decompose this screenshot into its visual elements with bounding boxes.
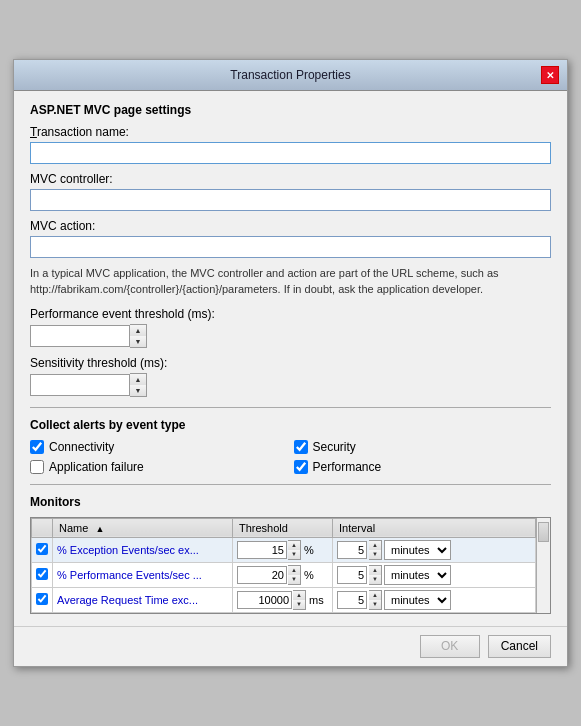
table-row: % Exception Events/sec ex... ▲ ▼ % (32, 537, 536, 562)
row3-threshold-cell: ▲ ▼ ms (233, 587, 333, 612)
checkbox-performance-input[interactable] (294, 460, 308, 474)
sensitivity-threshold-input[interactable]: 100 (30, 374, 130, 396)
row1-threshold-spinner-btns: ▲ ▼ (288, 540, 301, 560)
row2-interval-up-btn[interactable]: ▲ (369, 566, 381, 575)
row2-threshold-down-btn[interactable]: ▼ (288, 575, 300, 584)
dialog-title: Transaction Properties (40, 68, 541, 82)
row3-interval-down-btn[interactable]: ▼ (369, 600, 381, 609)
row2-threshold-spinner-btns: ▲ ▼ (288, 565, 301, 585)
alerts-section: Collect alerts by event type Connectivit… (30, 418, 551, 474)
transaction-name-input[interactable] (30, 142, 551, 164)
row3-threshold-down-btn[interactable]: ▼ (293, 600, 305, 609)
sensitivity-threshold-label: Sensitivity threshold (ms): (30, 356, 551, 370)
checkbox-app-failure: Application failure (30, 460, 288, 474)
perf-threshold-label-text: Performance event threshold (ms): (30, 307, 215, 321)
sort-icon: ▲ (95, 524, 104, 534)
sensitivity-threshold-down-btn[interactable]: ▼ (130, 385, 146, 396)
perf-threshold-spinner-buttons: ▲ ▼ (130, 324, 147, 348)
row2-threshold-spinner: ▲ ▼ % (237, 565, 328, 585)
row1-checkbox-cell (32, 537, 53, 562)
checkbox-performance: Performance (294, 460, 552, 474)
dialog-content: ASP.NET MVC page settings Transaction na… (14, 91, 567, 626)
divider-1 (30, 407, 551, 408)
row2-interval-down-btn[interactable]: ▼ (369, 575, 381, 584)
checkbox-security-input[interactable] (294, 440, 308, 454)
info-text: In a typical MVC application, the MVC co… (30, 266, 551, 297)
dialog-window: Transaction Properties ✕ ASP.NET MVC pag… (13, 59, 568, 667)
row3-threshold-up-btn[interactable]: ▲ (293, 591, 305, 600)
row3-checkbox[interactable] (36, 593, 48, 605)
row1-checkbox[interactable] (36, 543, 48, 555)
row3-threshold-input[interactable] (237, 591, 292, 609)
monitors-table: Name ▲ Threshold Interval (31, 518, 536, 613)
row1-interval-down-btn[interactable]: ▼ (369, 550, 381, 559)
row2-interval-input[interactable] (337, 566, 367, 584)
perf-threshold-label: Performance event threshold (ms): (30, 307, 551, 321)
row1-interval-input[interactable] (337, 541, 367, 559)
row1-interval-spinner-btns: ▲ ▼ (369, 540, 382, 560)
row2-threshold-input[interactable] (237, 566, 287, 584)
row3-interval-spinner-btns: ▲ ▼ (369, 590, 382, 610)
row3-interval-up-btn[interactable]: ▲ (369, 591, 381, 600)
sensitivity-threshold-up-btn[interactable]: ▲ (130, 374, 146, 385)
checkbox-security-label: Security (313, 440, 356, 454)
table-row: % Performance Events/sec ... ▲ ▼ % (32, 562, 536, 587)
row1-interval-cell: ▲ ▼ minutes hours seconds (333, 537, 536, 562)
row1-threshold-spinner: ▲ ▼ % (237, 540, 328, 560)
row2-interval-spinner-btns: ▲ ▼ (369, 565, 382, 585)
close-button[interactable]: ✕ (541, 66, 559, 84)
table-scrollbar-track (536, 518, 550, 613)
monitors-table-wrapper: Name ▲ Threshold Interval (30, 517, 551, 614)
row1-threshold-up-btn[interactable]: ▲ (288, 541, 300, 550)
row2-threshold-cell: ▲ ▼ % (233, 562, 333, 587)
alerts-checkbox-grid: Connectivity Security Application failur… (30, 440, 551, 474)
alerts-section-title: Collect alerts by event type (30, 418, 551, 432)
row2-interval-select[interactable]: minutes hours seconds (384, 565, 451, 585)
sensitivity-threshold-label-text: Sensitivity threshold (ms): (30, 356, 167, 370)
perf-threshold-up-btn[interactable]: ▲ (130, 325, 146, 336)
monitors-section: Monitors Name ▲ Threshold Interval (30, 495, 551, 614)
mvc-action-input[interactable] (30, 236, 551, 258)
row3-checkbox-cell (32, 587, 53, 612)
title-bar: Transaction Properties ✕ (14, 60, 567, 91)
sensitivity-threshold-spinner: 100 ▲ ▼ (30, 373, 551, 397)
col-header-threshold: Threshold (233, 518, 333, 537)
divider-2 (30, 484, 551, 485)
row2-threshold-unit: % (304, 569, 314, 581)
row3-interval-select[interactable]: minutes hours seconds (384, 590, 451, 610)
mvc-controller-label: MVC controller: (30, 172, 551, 186)
row2-name-text: % Performance Events/sec ... (57, 569, 202, 581)
row3-interval-input[interactable] (337, 591, 367, 609)
row3-threshold-spinner: ▲ ▼ ms (237, 590, 328, 610)
row2-interval-cell: ▲ ▼ minutes hours seconds (333, 562, 536, 587)
checkbox-connectivity-input[interactable] (30, 440, 44, 454)
row1-name-text: % Exception Events/sec ex... (57, 544, 199, 556)
checkbox-app-failure-input[interactable] (30, 460, 44, 474)
cancel-button[interactable]: Cancel (488, 635, 551, 658)
ok-button[interactable]: OK (420, 635, 480, 658)
row2-threshold-up-btn[interactable]: ▲ (288, 566, 300, 575)
row2-name: % Performance Events/sec ... (53, 562, 233, 587)
aspnet-section-title: ASP.NET MVC page settings (30, 103, 551, 117)
row1-threshold-cell: ▲ ▼ % (233, 537, 333, 562)
perf-threshold-input[interactable]: 1000 (30, 325, 130, 347)
row1-interval-select[interactable]: minutes hours seconds (384, 540, 451, 560)
row1-threshold-down-btn[interactable]: ▼ (288, 550, 300, 559)
row3-threshold-spinner-btns: ▲ ▼ (293, 590, 306, 610)
table-row: Average Request Time exc... ▲ ▼ ms (32, 587, 536, 612)
transaction-name-label-text: ransaction name: (37, 125, 129, 139)
mvc-action-label-text: MVC action: (30, 219, 95, 233)
aspnet-section: ASP.NET MVC page settings Transaction na… (30, 103, 551, 397)
checkbox-connectivity: Connectivity (30, 440, 288, 454)
mvc-controller-input[interactable] (30, 189, 551, 211)
sensitivity-threshold-spinner-buttons: ▲ ▼ (130, 373, 147, 397)
checkbox-security: Security (294, 440, 552, 454)
perf-threshold-down-btn[interactable]: ▼ (130, 336, 146, 347)
table-scrollbar-thumb[interactable] (538, 522, 549, 542)
row1-interval-up-btn[interactable]: ▲ (369, 541, 381, 550)
mvc-controller-label-text: MVC controller: (30, 172, 113, 186)
row1-threshold-input[interactable] (237, 541, 287, 559)
row3-threshold-unit: ms (309, 594, 324, 606)
row2-checkbox[interactable] (36, 568, 48, 580)
perf-threshold-spinner: 1000 ▲ ▼ (30, 324, 551, 348)
